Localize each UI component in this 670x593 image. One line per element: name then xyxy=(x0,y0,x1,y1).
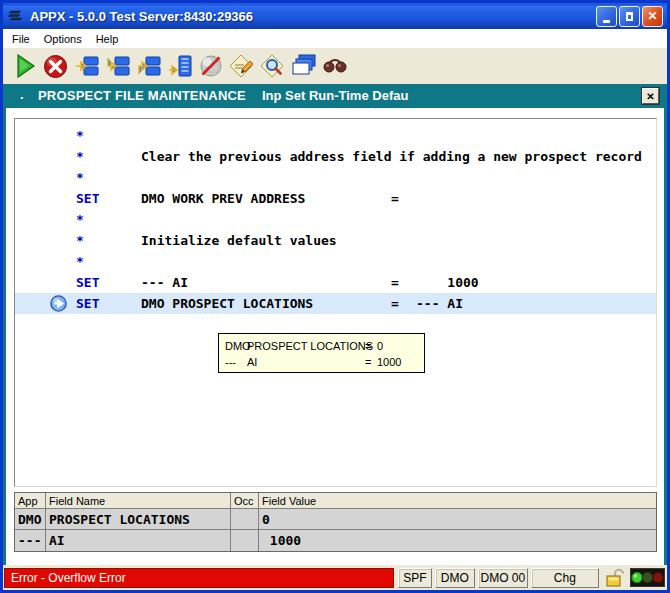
code-comment: Clear the previous address field if addi… xyxy=(141,149,642,164)
status-indicator-dmo-00[interactable]: DMO 00 xyxy=(478,568,528,588)
cell-field-value: 1000 xyxy=(259,530,656,551)
code-area: **Clear the previous address field if ad… xyxy=(14,118,657,487)
run-icon xyxy=(13,53,37,79)
code-keyword: * xyxy=(76,125,141,146)
app-window: APPX - 5.0.0 Test Server:8430:29366 ✕ Fi… xyxy=(0,0,670,593)
step-into-icon xyxy=(74,54,100,78)
code-line[interactable]: * xyxy=(15,209,656,230)
run-button[interactable] xyxy=(9,51,40,81)
tooltip-field: AI xyxy=(247,356,365,368)
minimize-icon xyxy=(603,20,610,23)
copy-pages-button[interactable] xyxy=(288,51,319,81)
toolbar xyxy=(3,48,667,84)
status-indicator-dmo[interactable]: DMO xyxy=(435,568,475,588)
code-comment: Initialize default values xyxy=(141,233,337,248)
cancel-button[interactable] xyxy=(40,51,71,81)
code-keyword: * xyxy=(76,209,141,230)
menu-options[interactable]: Options xyxy=(37,31,89,47)
code-line[interactable]: * xyxy=(15,125,656,146)
minimize-button[interactable] xyxy=(596,6,617,27)
tooltip-equals: = xyxy=(365,340,377,352)
cell-app: --- xyxy=(15,530,46,551)
code-line[interactable]: SET--- AI= 1000 xyxy=(15,272,656,293)
menu-file[interactable]: File xyxy=(5,31,37,47)
code-operator: = xyxy=(391,293,416,314)
code-operand: DMO PROSPECT LOCATIONS xyxy=(141,293,391,314)
status-indicator-spf[interactable]: SPF xyxy=(398,568,432,588)
col-header-app: App xyxy=(15,493,46,508)
table-row[interactable]: DMOPROSPECT LOCATIONS0 xyxy=(15,509,656,530)
screen-header-prefix: . xyxy=(20,87,24,102)
screen-panel: . PROSPECT FILE MAINTENANCE Inp Set Run-… xyxy=(3,84,667,565)
code-keyword: SET xyxy=(76,188,141,209)
tooltip-equals: = xyxy=(365,356,377,368)
screen-title: PROSPECT FILE MAINTENANCE xyxy=(38,88,246,103)
field-table-body: DMOPROSPECT LOCATIONS0---AI 1000 xyxy=(15,509,656,551)
menu-help[interactable]: Help xyxy=(89,31,126,47)
field-table: App Field Name Occ Field Value DMOPROSPE… xyxy=(14,492,657,552)
code-keyword: * xyxy=(76,167,141,188)
code-keyword: * xyxy=(76,230,141,251)
titlebar: APPX - 5.0.0 Test Server:8430:29366 ✕ xyxy=(3,3,667,29)
statusbar: Error - Overflow Error SPFDMODMO 00Chg xyxy=(3,565,667,590)
status-indicator-chg[interactable]: Chg xyxy=(531,568,599,588)
edit-note-button[interactable] xyxy=(226,51,257,81)
cancel-icon xyxy=(43,54,68,79)
code-keyword: SET xyxy=(76,272,141,293)
table-row[interactable]: ---AI 1000 xyxy=(15,530,656,551)
cell-app: DMO xyxy=(15,509,46,529)
code-value: --- AI xyxy=(416,296,463,311)
code-line[interactable]: * xyxy=(15,167,656,188)
inspect-icon xyxy=(259,53,286,79)
watch-button[interactable] xyxy=(319,51,350,81)
window-title: APPX - 5.0.0 Test Server:8430:29366 xyxy=(30,9,594,24)
status-indicators: SPFDMODMO 00Chg xyxy=(398,568,602,588)
code-keyword: * xyxy=(76,146,141,167)
code-line-current[interactable]: SETDMO PROSPECT LOCATIONS=--- AI xyxy=(15,293,656,314)
run-to-end-icon xyxy=(167,54,193,78)
skip-breakpoint-icon xyxy=(198,53,224,79)
cell-field-value: 0 xyxy=(259,509,656,529)
step-over-icon xyxy=(105,54,131,78)
close-button[interactable]: ✕ xyxy=(642,6,663,27)
code-operand: DMO WORK PREV ADDRESS xyxy=(141,188,391,209)
screen-subtitle: Inp Set Run-Time Defau xyxy=(262,88,408,103)
watch-icon xyxy=(322,56,348,76)
screen-header: . PROSPECT FILE MAINTENANCE Inp Set Run-… xyxy=(6,84,664,108)
field-table-header: App Field Name Occ Field Value xyxy=(15,493,656,509)
value-tooltip: DMOPROSPECT LOCATIONS=0---AI=1000 xyxy=(218,333,425,373)
tooltip-row: ---AI=1000 xyxy=(225,354,418,370)
code-line[interactable]: *Clear the previous address field if add… xyxy=(15,146,656,167)
col-header-field-name: Field Name xyxy=(46,493,231,508)
tooltip-value: 1000 xyxy=(377,356,401,368)
error-message: Error - Overflow Error xyxy=(4,568,394,588)
screen-body: **Clear the previous address field if ad… xyxy=(6,108,664,565)
cell-field-name: PROSPECT LOCATIONS xyxy=(46,509,231,529)
col-header-field-value: Field Value xyxy=(259,493,656,508)
code-operand: --- AI xyxy=(141,272,391,293)
code-line[interactable]: *Initialize default values xyxy=(15,230,656,251)
traffic-light-indicator xyxy=(630,568,667,588)
current-line-arrow-icon xyxy=(50,295,67,312)
inspect-button[interactable] xyxy=(257,51,288,81)
edit-note-icon xyxy=(228,53,255,79)
col-header-occ: Occ xyxy=(231,493,259,508)
tooltip-row: DMOPROSPECT LOCATIONS=0 xyxy=(225,338,418,354)
step-over-button[interactable] xyxy=(102,51,133,81)
cell-field-name: AI xyxy=(46,530,231,551)
copy-pages-icon xyxy=(290,53,317,79)
tooltip-app: --- xyxy=(225,356,247,368)
close-icon: ✕ xyxy=(647,10,657,22)
screen-close-button[interactable]: ✕ xyxy=(642,88,659,104)
lock-icon xyxy=(602,568,628,588)
tooltip-value: 0 xyxy=(377,340,383,352)
run-to-end-button[interactable] xyxy=(164,51,195,81)
skip-breakpoint-button[interactable] xyxy=(195,51,226,81)
step-into-button[interactable] xyxy=(71,51,102,81)
maximize-button[interactable] xyxy=(619,6,640,27)
menubar: File Options Help xyxy=(3,29,667,48)
cell-occ xyxy=(231,509,259,529)
code-line[interactable]: SETDMO WORK PREV ADDRESS= xyxy=(15,188,656,209)
code-line[interactable]: * xyxy=(15,251,656,272)
step-out-button[interactable] xyxy=(133,51,164,81)
